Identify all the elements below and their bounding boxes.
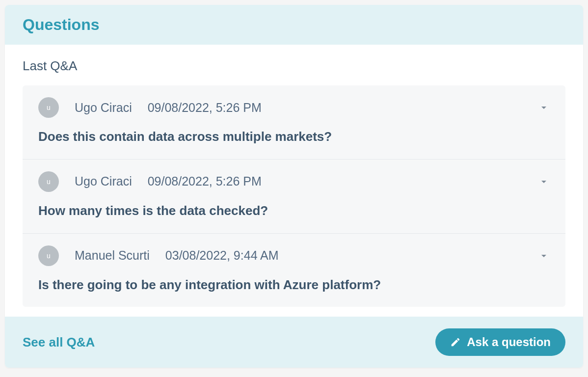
question-text: How many times is the data checked?: [38, 203, 550, 219]
qa-meta: u Manuel Scurti 03/08/2022, 9:44 AM: [38, 245, 550, 266]
qa-item[interactable]: u Manuel Scurti 03/08/2022, 9:44 AM Is t…: [23, 234, 565, 307]
timestamp: 03/08/2022, 9:44 AM: [165, 248, 279, 263]
pencil-icon: [450, 337, 461, 348]
panel-header: Questions: [5, 5, 583, 45]
question-text: Is there going to be any integration wit…: [38, 277, 550, 294]
timestamp: 09/08/2022, 5:26 PM: [148, 101, 262, 115]
qa-list: u Ugo Ciraci 09/08/2022, 5:26 PM Does th…: [23, 85, 565, 307]
avatar: u: [38, 245, 59, 266]
panel-footer: See all Q&A Ask a question: [5, 317, 583, 368]
author-name: Ugo Ciraci: [75, 101, 132, 115]
questions-panel: Questions Last Q&A u Ugo Ciraci 09/08/20…: [5, 5, 583, 368]
avatar: u: [38, 171, 59, 192]
ask-question-button[interactable]: Ask a question: [435, 328, 565, 356]
author-name: Manuel Scurti: [75, 248, 150, 263]
chevron-down-icon[interactable]: [538, 176, 550, 188]
timestamp: 09/08/2022, 5:26 PM: [148, 174, 262, 188]
question-text: Does this contain data across multiple m…: [38, 129, 550, 145]
panel-title: Questions: [23, 16, 565, 34]
chevron-down-icon[interactable]: [538, 250, 550, 262]
qa-meta: u Ugo Ciraci 09/08/2022, 5:26 PM: [38, 97, 550, 118]
qa-item[interactable]: u Ugo Ciraci 09/08/2022, 5:26 PM Does th…: [23, 85, 565, 160]
chevron-down-icon[interactable]: [538, 102, 550, 113]
avatar: u: [38, 97, 59, 118]
author-name: Ugo Ciraci: [75, 174, 132, 188]
ask-button-label: Ask a question: [467, 335, 551, 349]
see-all-link[interactable]: See all Q&A: [23, 335, 95, 350]
qa-item[interactable]: u Ugo Ciraci 09/08/2022, 5:26 PM How man…: [23, 160, 565, 234]
qa-meta: u Ugo Ciraci 09/08/2022, 5:26 PM: [38, 171, 550, 192]
panel-body: Last Q&A u Ugo Ciraci 09/08/2022, 5:26 P…: [5, 45, 583, 317]
last-qa-label: Last Q&A: [23, 58, 565, 74]
